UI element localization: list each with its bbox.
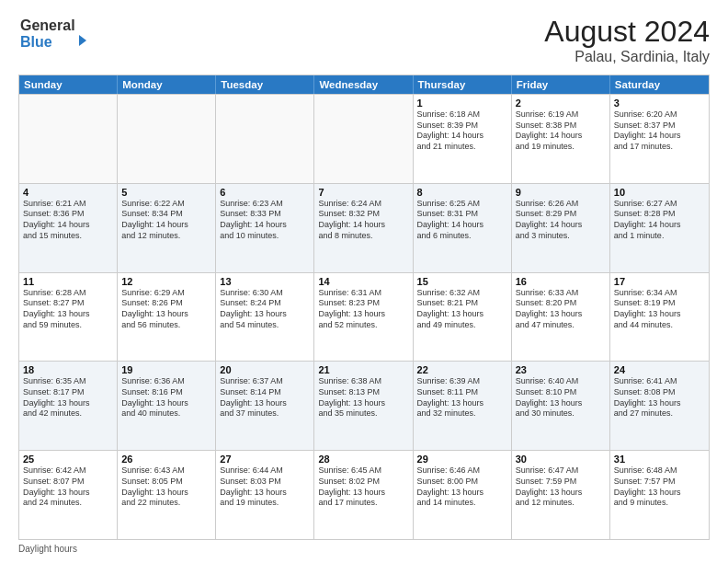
day-cell-4: 4Sunrise: 6:21 AMSunset: 8:36 PMDaylight… <box>19 184 118 272</box>
header-day-friday: Friday <box>512 75 610 94</box>
day-number: 23 <box>516 364 606 375</box>
calendar-body: 1Sunrise: 6:18 AMSunset: 8:39 PMDaylight… <box>19 94 709 539</box>
day-info: Sunrise: 6:48 AMSunset: 7:57 PMDaylight:… <box>614 465 705 509</box>
day-number: 26 <box>121 454 211 465</box>
day-info: Sunrise: 6:45 AMSunset: 8:02 PMDaylight:… <box>318 465 408 509</box>
day-number: 7 <box>318 187 408 198</box>
day-cell-6: 6Sunrise: 6:23 AMSunset: 8:33 PMDaylight… <box>216 184 314 272</box>
location-title: Palau, Sardinia, Italy <box>544 49 710 65</box>
week-row-2: 4Sunrise: 6:21 AMSunset: 8:36 PMDaylight… <box>19 183 709 272</box>
day-cell-24: 24Sunrise: 6:41 AMSunset: 8:08 PMDayligh… <box>610 362 709 450</box>
day-cell-2: 2Sunrise: 6:19 AMSunset: 8:38 PMDaylight… <box>512 95 610 183</box>
day-cell-31: 31Sunrise: 6:48 AMSunset: 7:57 PMDayligh… <box>610 451 709 539</box>
day-number: 1 <box>417 98 507 109</box>
day-cell-25: 25Sunrise: 6:42 AMSunset: 8:07 PMDayligh… <box>19 451 118 539</box>
day-info: Sunrise: 6:19 AMSunset: 8:38 PMDaylight:… <box>516 109 606 153</box>
day-cell-17: 17Sunrise: 6:34 AMSunset: 8:19 PMDayligh… <box>610 273 709 362</box>
day-info: Sunrise: 6:31 AMSunset: 8:23 PMDaylight:… <box>318 288 408 331</box>
day-number: 27 <box>220 454 310 465</box>
day-cell-30: 30Sunrise: 6:47 AMSunset: 7:59 PMDayligh… <box>512 451 610 539</box>
day-number: 20 <box>220 364 310 375</box>
day-number: 2 <box>516 98 606 109</box>
day-info: Sunrise: 6:41 AMSunset: 8:08 PMDaylight:… <box>614 376 705 419</box>
day-info: Sunrise: 6:37 AMSunset: 8:14 PMDaylight:… <box>220 376 310 419</box>
day-number: 5 <box>121 187 211 198</box>
day-info: Sunrise: 6:42 AMSunset: 8:07 PMDaylight:… <box>23 465 113 509</box>
calendar: SundayMondayTuesdayWednesdayThursdayFrid… <box>18 75 710 540</box>
day-info: Sunrise: 6:33 AMSunset: 8:20 PMDaylight:… <box>516 288 606 331</box>
day-cell-3: 3Sunrise: 6:20 AMSunset: 8:37 PMDaylight… <box>610 95 709 183</box>
day-cell-13: 13Sunrise: 6:30 AMSunset: 8:24 PMDayligh… <box>216 273 314 362</box>
day-cell-5: 5Sunrise: 6:22 AMSunset: 8:34 PMDaylight… <box>118 184 216 272</box>
day-info: Sunrise: 6:43 AMSunset: 8:05 PMDaylight:… <box>121 465 211 509</box>
header-day-wednesday: Wednesday <box>314 75 413 94</box>
day-info: Sunrise: 6:20 AMSunset: 8:37 PMDaylight:… <box>614 109 705 153</box>
day-number: 4 <box>23 187 113 198</box>
day-info: Sunrise: 6:26 AMSunset: 8:29 PMDaylight:… <box>516 199 606 242</box>
week-row-1: 1Sunrise: 6:18 AMSunset: 8:39 PMDaylight… <box>19 94 709 183</box>
day-number: 31 <box>614 454 705 465</box>
day-number: 10 <box>614 187 705 198</box>
day-cell-10: 10Sunrise: 6:27 AMSunset: 8:28 PMDayligh… <box>610 184 709 272</box>
svg-marker-2 <box>79 35 86 46</box>
day-cell-18: 18Sunrise: 6:35 AMSunset: 8:17 PMDayligh… <box>19 362 118 450</box>
day-number: 19 <box>121 364 211 375</box>
day-info: Sunrise: 6:18 AMSunset: 8:39 PMDaylight:… <box>417 109 507 153</box>
day-number: 30 <box>516 454 606 465</box>
logo: GeneralBlue <box>18 15 92 52</box>
header: GeneralBlue August 2024 Palau, Sardinia,… <box>18 15 710 65</box>
day-number: 24 <box>614 364 705 375</box>
empty-cell-0-1 <box>118 95 216 183</box>
header-day-thursday: Thursday <box>414 75 512 94</box>
week-row-3: 11Sunrise: 6:28 AMSunset: 8:27 PMDayligh… <box>19 272 709 362</box>
month-title: August 2024 <box>544 15 710 49</box>
header-day-monday: Monday <box>118 75 216 94</box>
day-cell-8: 8Sunrise: 6:25 AMSunset: 8:31 PMDaylight… <box>414 184 512 272</box>
day-cell-29: 29Sunrise: 6:46 AMSunset: 8:00 PMDayligh… <box>414 451 512 539</box>
day-info: Sunrise: 6:44 AMSunset: 8:03 PMDaylight:… <box>220 465 310 509</box>
day-cell-1: 1Sunrise: 6:18 AMSunset: 8:39 PMDaylight… <box>414 95 512 183</box>
day-number: 22 <box>417 364 507 375</box>
empty-cell-0-0 <box>19 95 118 183</box>
day-cell-16: 16Sunrise: 6:33 AMSunset: 8:20 PMDayligh… <box>512 273 610 362</box>
day-info: Sunrise: 6:22 AMSunset: 8:34 PMDaylight:… <box>121 199 211 242</box>
week-row-5: 25Sunrise: 6:42 AMSunset: 8:07 PMDayligh… <box>19 450 709 539</box>
day-info: Sunrise: 6:40 AMSunset: 8:10 PMDaylight:… <box>516 376 606 419</box>
calendar-header: SundayMondayTuesdayWednesdayThursdayFrid… <box>19 75 709 94</box>
day-number: 14 <box>318 276 408 287</box>
header-day-sunday: Sunday <box>19 75 118 94</box>
header-day-saturday: Saturday <box>610 75 709 94</box>
day-info: Sunrise: 6:34 AMSunset: 8:19 PMDaylight:… <box>614 288 705 331</box>
day-info: Sunrise: 6:30 AMSunset: 8:24 PMDaylight:… <box>220 288 310 331</box>
day-info: Sunrise: 6:35 AMSunset: 8:17 PMDaylight:… <box>23 376 113 419</box>
day-info: Sunrise: 6:36 AMSunset: 8:16 PMDaylight:… <box>121 376 211 419</box>
day-info: Sunrise: 6:28 AMSunset: 8:27 PMDaylight:… <box>23 288 113 331</box>
day-info: Sunrise: 6:23 AMSunset: 8:33 PMDaylight:… <box>220 199 310 242</box>
day-number: 6 <box>220 187 310 198</box>
title-block: August 2024 Palau, Sardinia, Italy <box>544 15 710 65</box>
day-number: 29 <box>417 454 507 465</box>
day-number: 17 <box>614 276 705 287</box>
logo-svg: GeneralBlue <box>18 15 92 52</box>
day-info: Sunrise: 6:27 AMSunset: 8:28 PMDaylight:… <box>614 199 705 242</box>
day-cell-11: 11Sunrise: 6:28 AMSunset: 8:27 PMDayligh… <box>19 273 118 362</box>
page: GeneralBlue August 2024 Palau, Sardinia,… <box>0 0 728 563</box>
day-cell-12: 12Sunrise: 6:29 AMSunset: 8:26 PMDayligh… <box>118 273 216 362</box>
day-number: 16 <box>516 276 606 287</box>
day-number: 28 <box>318 454 408 465</box>
day-number: 15 <box>417 276 507 287</box>
day-number: 3 <box>614 98 705 109</box>
day-cell-28: 28Sunrise: 6:45 AMSunset: 8:02 PMDayligh… <box>314 451 413 539</box>
day-number: 13 <box>220 276 310 287</box>
day-cell-14: 14Sunrise: 6:31 AMSunset: 8:23 PMDayligh… <box>314 273 413 362</box>
day-info: Sunrise: 6:46 AMSunset: 8:00 PMDaylight:… <box>417 465 507 509</box>
day-cell-27: 27Sunrise: 6:44 AMSunset: 8:03 PMDayligh… <box>216 451 314 539</box>
day-cell-7: 7Sunrise: 6:24 AMSunset: 8:32 PMDaylight… <box>314 184 413 272</box>
day-info: Sunrise: 6:38 AMSunset: 8:13 PMDaylight:… <box>318 376 408 419</box>
day-number: 25 <box>23 454 113 465</box>
day-cell-21: 21Sunrise: 6:38 AMSunset: 8:13 PMDayligh… <box>314 362 413 450</box>
day-info: Sunrise: 6:32 AMSunset: 8:21 PMDaylight:… <box>417 288 507 331</box>
week-row-4: 18Sunrise: 6:35 AMSunset: 8:17 PMDayligh… <box>19 361 709 450</box>
day-cell-15: 15Sunrise: 6:32 AMSunset: 8:21 PMDayligh… <box>414 273 512 362</box>
day-cell-22: 22Sunrise: 6:39 AMSunset: 8:11 PMDayligh… <box>414 362 512 450</box>
